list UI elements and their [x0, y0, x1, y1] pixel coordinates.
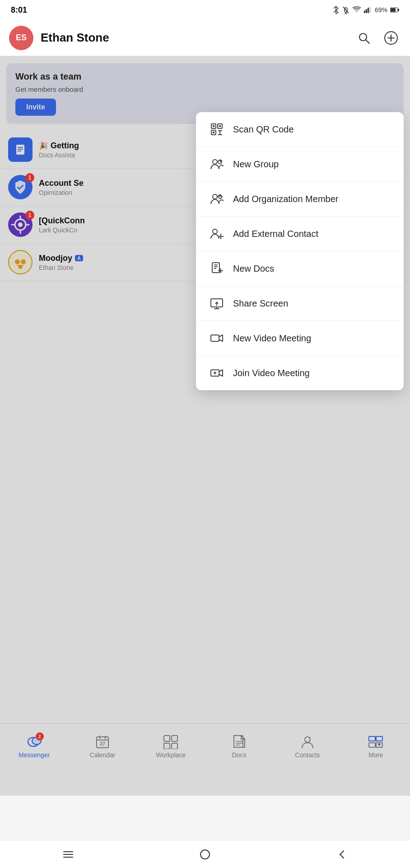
add-external-icon [209, 226, 225, 242]
system-nav [0, 841, 410, 868]
svg-rect-56 [214, 268, 216, 269]
svg-line-12 [366, 40, 369, 43]
menu-item-new-docs[interactable]: New Docs [196, 251, 404, 286]
svg-rect-5 [366, 9, 367, 13]
menu-item-join-video-meeting[interactable]: Join Video Meeting [196, 356, 404, 390]
svg-rect-55 [214, 266, 218, 267]
menu-item-new-group[interactable]: New Group [196, 147, 404, 182]
join-video-icon [209, 365, 225, 381]
home-button[interactable] [194, 845, 216, 863]
signal-icon [364, 7, 372, 13]
scan-icon [209, 121, 225, 137]
menu-label-new-docs: New Docs [233, 264, 274, 274]
back-button[interactable] [331, 845, 353, 863]
svg-rect-36 [219, 125, 221, 127]
menu-label-add-org: Add Organization Member [233, 194, 338, 204]
menu-label-scan-qr: Scan QR Code [233, 124, 294, 135]
status-bar: 8:01 69% [0, 0, 410, 20]
status-time: 8:01 [11, 5, 27, 15]
group-icon [209, 156, 225, 172]
volume-mute-icon [342, 6, 349, 14]
menu-item-share-screen[interactable]: Share Screen [196, 286, 404, 321]
svg-point-93 [200, 850, 210, 859]
svg-rect-10 [391, 8, 396, 12]
header: ES Ethan Stone [0, 20, 410, 56]
share-screen-icon [209, 295, 225, 311]
menu-item-add-org-member[interactable]: Add Organization Member [196, 182, 404, 217]
svg-rect-6 [368, 8, 369, 13]
battery-icon [390, 7, 399, 13]
add-org-icon [209, 191, 225, 207]
header-user-name: Ethan Stone [41, 31, 354, 45]
wifi-icon [352, 6, 361, 14]
svg-rect-63 [211, 335, 219, 341]
recent-apps-button[interactable] [57, 845, 79, 863]
menu-label-join-video: Join Video Meeting [233, 368, 310, 378]
menu-label-add-external: Add External Contact [233, 229, 318, 239]
svg-rect-4 [364, 10, 365, 13]
svg-point-50 [213, 229, 217, 234]
svg-rect-37 [213, 132, 214, 133]
svg-point-45 [213, 194, 217, 199]
svg-point-41 [213, 160, 217, 164]
search-icon [357, 31, 371, 45]
bluetooth-icon [332, 6, 340, 14]
dropdown-menu: Scan QR Code New Group [196, 112, 404, 390]
menu-label-new-group: New Group [233, 159, 279, 170]
menu-item-new-video-meeting[interactable]: New Video Meeting [196, 321, 404, 356]
header-icons [354, 28, 401, 48]
menu-item-add-external[interactable]: Add External Contact [196, 217, 404, 251]
search-button[interactable] [354, 28, 374, 48]
add-icon [384, 31, 398, 45]
svg-rect-7 [369, 7, 371, 13]
battery-text: 69% [375, 6, 387, 14]
svg-rect-35 [213, 125, 214, 127]
svg-rect-54 [214, 264, 218, 265]
status-icons: 69% [332, 6, 399, 14]
add-button[interactable] [381, 28, 401, 48]
menu-label-share-screen: Share Screen [233, 298, 288, 309]
svg-rect-9 [398, 9, 399, 11]
menu-item-scan-qr[interactable]: Scan QR Code [196, 112, 404, 147]
docs-icon [209, 260, 225, 277]
menu-label-new-video: New Video Meeting [233, 333, 311, 344]
video-icon [209, 330, 225, 346]
avatar[interactable]: ES [9, 26, 33, 50]
main-content: Work as a team Get members onboard Invit… [0, 56, 410, 796]
